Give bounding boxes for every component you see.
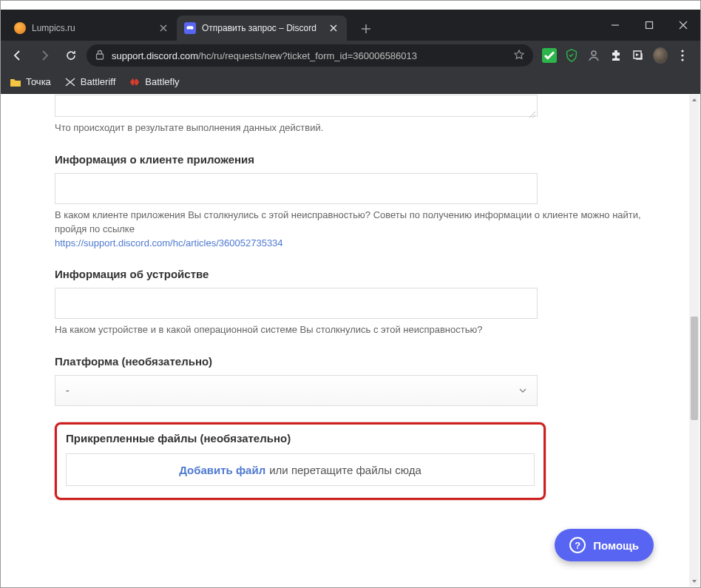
dropzone-text: или перетащите файлы сюда bbox=[269, 464, 421, 476]
shield-icon[interactable] bbox=[564, 48, 579, 63]
discord-favicon bbox=[184, 22, 196, 34]
browser-toolbar: support.discord.com/hc/ru/requests/new?t… bbox=[1, 41, 700, 70]
profile-icon[interactable] bbox=[586, 48, 601, 63]
svg-point-2 bbox=[592, 51, 596, 55]
help-widget-button[interactable]: ? Помощь bbox=[555, 529, 654, 561]
client-help-link[interactable]: https://support.discord.com/hc/articles/… bbox=[55, 237, 283, 249]
lumpics-favicon bbox=[14, 22, 26, 34]
result-help-text: Что происходит в результате выполнения д… bbox=[55, 121, 671, 135]
svg-point-4 bbox=[681, 54, 683, 56]
battlefly-icon bbox=[129, 76, 140, 88]
tab-title: Отправить запрос – Discord bbox=[202, 23, 322, 33]
platform-select[interactable]: - bbox=[55, 375, 538, 406]
result-textarea[interactable] bbox=[55, 95, 538, 117]
chevron-down-icon bbox=[519, 385, 526, 396]
svg-point-3 bbox=[681, 50, 683, 52]
resize-handle-icon[interactable] bbox=[528, 107, 535, 115]
bookmark-battleriff[interactable]: Battleriff bbox=[64, 76, 115, 88]
address-bar[interactable]: support.discord.com/hc/ru/requests/new?t… bbox=[87, 44, 533, 67]
platform-label: Платформа (необязательно) bbox=[55, 355, 671, 368]
client-info-help: В каком клиенте приложения Вы столкнулис… bbox=[55, 209, 671, 251]
minimize-button[interactable] bbox=[598, 10, 632, 41]
forward-button[interactable] bbox=[33, 44, 55, 67]
client-info-label: Информация о клиенте приложения bbox=[55, 153, 671, 166]
attachments-label: Прикрепленные файлы (необязательно) bbox=[66, 432, 535, 445]
tab-title: Lumpics.ru bbox=[32, 23, 152, 33]
scroll-up-icon[interactable] bbox=[689, 95, 700, 105]
lock-icon bbox=[95, 50, 104, 62]
svg-rect-1 bbox=[97, 54, 104, 59]
close-window-button[interactable] bbox=[666, 10, 700, 41]
close-icon[interactable] bbox=[158, 22, 169, 34]
maximize-button[interactable] bbox=[632, 10, 666, 41]
menu-icon[interactable] bbox=[675, 48, 690, 63]
window-controls bbox=[598, 10, 700, 41]
help-widget-label: Помощь bbox=[593, 539, 639, 552]
reload-button[interactable] bbox=[60, 44, 82, 67]
tab-discord-request[interactable]: Отправить запрос – Discord bbox=[177, 16, 347, 41]
bookmark-tochka[interactable]: Точка bbox=[10, 76, 51, 88]
client-info-input[interactable] bbox=[55, 173, 538, 204]
bookmark-label: Battlefly bbox=[145, 76, 179, 87]
device-info-label: Информация об устройстве bbox=[55, 268, 671, 280]
folder-icon bbox=[10, 76, 21, 88]
bookmark-label: Точка bbox=[26, 76, 51, 87]
toolbar-right-icons bbox=[538, 48, 694, 63]
scrollbar-thumb[interactable] bbox=[691, 317, 698, 420]
add-file-link[interactable]: Добавить файл bbox=[179, 464, 265, 476]
close-icon[interactable] bbox=[328, 22, 339, 34]
device-info-input[interactable] bbox=[55, 288, 538, 319]
attachments-dropzone[interactable]: Добавить файл или перетащите файлы сюда bbox=[66, 453, 535, 486]
back-button[interactable] bbox=[7, 44, 29, 67]
svg-rect-0 bbox=[646, 22, 653, 29]
extension-checkmark-icon[interactable] bbox=[542, 48, 557, 63]
new-tab-button[interactable] bbox=[356, 18, 376, 39]
avatar[interactable] bbox=[653, 48, 668, 63]
media-icon[interactable] bbox=[631, 48, 646, 63]
device-info-help: На каком устройстве и в какой операционн… bbox=[55, 323, 671, 337]
tab-strip: Lumpics.ru Отправить запрос – Discord bbox=[1, 10, 700, 41]
tab-lumpics[interactable]: Lumpics.ru bbox=[7, 16, 177, 41]
bookmarks-bar: Точка Battleriff Battlefly bbox=[1, 70, 700, 94]
vertical-scrollbar[interactable] bbox=[689, 95, 700, 587]
platform-value: - bbox=[66, 385, 70, 396]
battleriff-icon bbox=[64, 76, 76, 88]
question-icon: ? bbox=[569, 537, 586, 553]
scroll-down-icon[interactable] bbox=[689, 576, 700, 587]
bookmark-battlefly[interactable]: Battlefly bbox=[129, 76, 179, 88]
extensions-icon[interactable] bbox=[609, 48, 623, 63]
attachments-highlight: Прикрепленные файлы (необязательно) Доба… bbox=[55, 422, 546, 500]
bookmark-star-icon[interactable] bbox=[514, 50, 524, 62]
svg-point-5 bbox=[681, 58, 683, 61]
page-viewport: Что происходит в результате выполнения д… bbox=[1, 95, 689, 587]
url-text: support.discord.com/hc/ru/requests/new?t… bbox=[112, 50, 507, 61]
bookmark-label: Battleriff bbox=[81, 76, 115, 87]
